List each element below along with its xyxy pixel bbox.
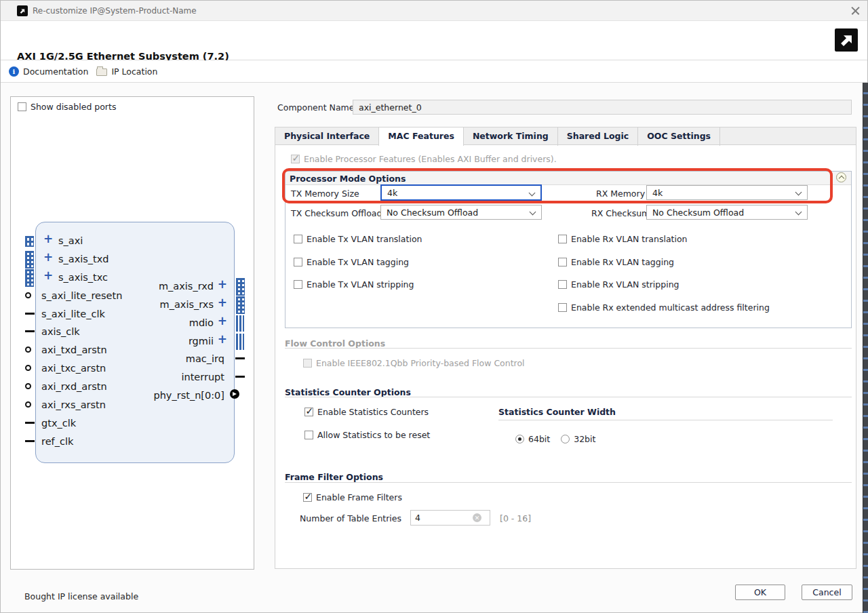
clk-port-icon bbox=[25, 440, 35, 442]
statistics-title: Statistics Counter Options bbox=[285, 387, 411, 397]
rx-vlan-tagging-label: Enable Rx VLAN tagging bbox=[571, 257, 674, 267]
interface-bars-icon bbox=[236, 334, 244, 350]
rx-vlan-translation-checkbox[interactable] bbox=[558, 235, 567, 243]
tx-vlan-stripping-row: Enable Tx VLAN stripping bbox=[294, 279, 414, 290]
component-name-value: axi_ethernet_0 bbox=[359, 102, 422, 113]
port-label: interrupt bbox=[181, 372, 224, 382]
interface-bars-icon bbox=[236, 315, 244, 332]
show-disabled-ports-checkbox[interactable] bbox=[18, 102, 26, 111]
tx-vlan-tagging-row: Enable Tx VLAN tagging bbox=[294, 256, 409, 267]
divider bbox=[285, 397, 852, 397]
ip-block-diagram: + + + s_axi s_axis_txd s_axis_txc s_axi_… bbox=[35, 222, 235, 463]
rx-vlan-stripping-row: Enable Rx VLAN stripping bbox=[558, 279, 679, 290]
radio-64bit[interactable] bbox=[515, 435, 524, 443]
folder-icon bbox=[96, 68, 107, 76]
tx-vlan-tagging-label: Enable Tx VLAN tagging bbox=[307, 257, 409, 267]
allow-reset-checkbox[interactable] bbox=[304, 431, 313, 439]
collapse-section-icon[interactable] bbox=[836, 172, 846, 182]
tx-memory-select[interactable]: 4k bbox=[380, 184, 542, 201]
chevron-down-icon bbox=[795, 209, 802, 216]
resetn-port-icon bbox=[25, 383, 31, 389]
divider bbox=[498, 420, 833, 420]
divider bbox=[285, 482, 852, 483]
table-entries-label: Number of Table Entries bbox=[300, 513, 401, 523]
chevron-down-icon bbox=[530, 209, 536, 216]
documentation-button[interactable]: i Documentation bbox=[9, 66, 88, 77]
rx-vlan-tagging-row: Enable Rx VLAN tagging bbox=[558, 256, 674, 267]
tx-vlan-translation-label: Enable Tx VLAN translation bbox=[307, 234, 422, 244]
tx-checksum-label: TX Checksum Offload bbox=[291, 208, 382, 218]
tx-checksum-select[interactable]: No Checksum Offload bbox=[380, 205, 542, 220]
port-label: gtx_clk bbox=[41, 418, 76, 429]
rx-checksum-select[interactable]: No Checksum Offload bbox=[646, 205, 808, 220]
chevron-down-icon bbox=[529, 190, 536, 197]
table-entries-input[interactable] bbox=[415, 513, 473, 523]
component-name-field[interactable]: axi_ethernet_0 bbox=[353, 100, 852, 115]
expand-icon-mdio[interactable]: + bbox=[218, 316, 227, 325]
counter-width-radios: 64bit 32bit bbox=[515, 433, 595, 444]
expand-icon-rgmii[interactable]: + bbox=[218, 334, 227, 344]
resetn-port-icon bbox=[25, 347, 31, 353]
expand-icon-s-axi[interactable]: + bbox=[43, 234, 53, 243]
rx-memory-select[interactable]: 4k bbox=[646, 185, 808, 200]
flow-control-label: Enable IEEE802.1Qbb Priority-based Flow … bbox=[316, 358, 525, 368]
ip-location-label: IP Location bbox=[111, 66, 157, 77]
allow-reset-label: Allow Statistics to be reset bbox=[317, 430, 430, 440]
tab-ooc-settings[interactable]: OOC Settings bbox=[638, 127, 720, 146]
port-label: ref_clk bbox=[41, 436, 73, 447]
enable-statistics-row: Enable Statistics Counters bbox=[304, 406, 429, 417]
tx-vlan-stripping-label: Enable Tx VLAN stripping bbox=[307, 279, 414, 290]
enable-frame-filters-checkbox[interactable] bbox=[303, 493, 312, 502]
radio-32bit[interactable] bbox=[561, 435, 570, 443]
ip-symbol-panel: Show disabled ports + + + s_axi s_axis_t… bbox=[10, 96, 254, 570]
processor-mode-groupbox: Processor Mode Options TX Memory Size 4k… bbox=[285, 171, 852, 328]
background-window-edge bbox=[863, 83, 868, 613]
title-bar: Re-customize IP@System-Product-Name bbox=[1, 1, 867, 21]
cancel-button[interactable]: Cancel bbox=[802, 585, 852, 600]
port-label: mdio bbox=[189, 317, 214, 328]
rx-vlan-tagging-checkbox[interactable] bbox=[558, 258, 567, 266]
resetn-port-icon bbox=[25, 401, 31, 408]
port-label: axis_clk bbox=[41, 326, 80, 337]
flow-control-title: Flow Control Options bbox=[285, 338, 385, 349]
expand-icon-m-axis-rxs[interactable]: + bbox=[218, 298, 227, 307]
interface-pattern-icon bbox=[25, 236, 34, 247]
ip-location-button[interactable]: IP Location bbox=[96, 66, 157, 77]
processor-features-checkbox bbox=[291, 155, 300, 163]
rx-memory-value: 4k bbox=[652, 188, 663, 198]
enable-statistics-checkbox[interactable] bbox=[304, 408, 313, 416]
tab-widget: Physical Interface MAC Features Network … bbox=[275, 127, 856, 569]
port-label: axi_rxs_arstn bbox=[41, 399, 106, 410]
rx-vlan-stripping-checkbox[interactable] bbox=[558, 280, 567, 289]
ok-button[interactable]: OK bbox=[735, 585, 785, 600]
interface-pattern-icon bbox=[25, 251, 34, 269]
close-icon[interactable] bbox=[850, 5, 862, 17]
radio-32bit-label: 32bit bbox=[574, 434, 595, 444]
port-label: rgmii bbox=[189, 336, 214, 347]
xilinx-logo bbox=[835, 28, 858, 52]
tab-mac-features[interactable]: MAC Features bbox=[379, 127, 464, 146]
clk-port-icon bbox=[25, 330, 35, 332]
tx-vlan-stripping-checkbox[interactable] bbox=[294, 280, 302, 289]
tab-shared-logic[interactable]: Shared Logic bbox=[558, 127, 638, 146]
clear-icon[interactable]: ✕ bbox=[473, 513, 481, 522]
tab-network-timing[interactable]: Network Timing bbox=[464, 127, 558, 146]
expand-icon-s-axis-txc[interactable]: + bbox=[43, 271, 53, 280]
tx-memory-label: TX Memory Size bbox=[291, 189, 359, 199]
port-label: s_axis_txc bbox=[58, 272, 108, 283]
expand-icon-s-axis-txd[interactable]: + bbox=[43, 252, 53, 262]
toolbar: i Documentation IP Location bbox=[1, 60, 867, 83]
port-label: s_axis_txd bbox=[58, 254, 109, 264]
rx-multicast-filtering-checkbox[interactable] bbox=[558, 303, 567, 312]
rx-checksum-value: No Checksum Offload bbox=[652, 207, 744, 218]
expand-icon-m-axis-rxd[interactable]: + bbox=[218, 279, 227, 289]
phy-rst-output-icon bbox=[230, 389, 239, 399]
window-title: Re-customize IP@System-Product-Name bbox=[33, 6, 197, 16]
chevron-down-icon bbox=[795, 189, 802, 196]
tab-physical-interface[interactable]: Physical Interface bbox=[275, 127, 379, 146]
port-label: axi_txd_arstn bbox=[41, 344, 107, 355]
resetn-port-icon bbox=[25, 365, 31, 371]
tx-vlan-translation-checkbox[interactable] bbox=[294, 235, 302, 243]
port-label: mac_irq bbox=[186, 353, 224, 364]
tx-vlan-tagging-checkbox[interactable] bbox=[294, 258, 302, 266]
